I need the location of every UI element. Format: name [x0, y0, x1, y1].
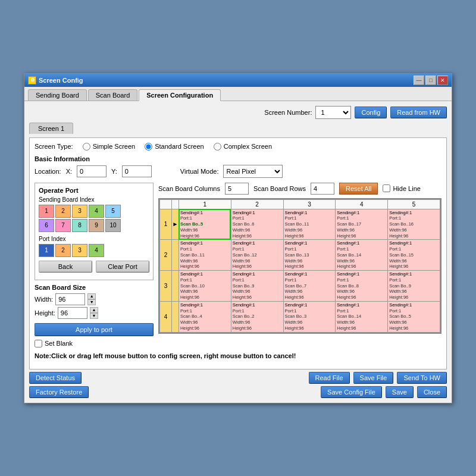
grid-container: 1 2 3 4 5 1► Sending#:1 Port:1 Scan Bo..… [158, 198, 441, 334]
height-input[interactable] [58, 307, 87, 319]
port-index-btn-3[interactable]: 3 [72, 244, 87, 257]
grid-cell-r1-c1[interactable]: Sending#:1 Port:1 Scan Bo..5 Width:96 He… [178, 209, 231, 240]
virtual-mode-select[interactable]: Real Pixel Virtual 2x Virtual 4x [223, 165, 283, 178]
x-input[interactable] [77, 165, 107, 177]
screen-number-select[interactable]: 1 [315, 106, 351, 119]
minimize-button[interactable]: — [414, 76, 424, 85]
virtual-mode-label: Virtual Mode: [180, 168, 219, 175]
radio-complex-screen[interactable]: Complex Screen [214, 143, 272, 151]
basic-info-row: Location: X: Y: Virtual Mode: Real Pixel… [35, 165, 441, 178]
note-row: Note:Click or drag left mouse button to … [35, 352, 441, 359]
apply-to-port-button[interactable]: Apply to port [35, 323, 154, 336]
factory-restore-button[interactable]: Factory Restore [29, 386, 89, 398]
grid-cell-r3-c1[interactable]: Sending#:1 Port:1 Scan Bo..10 Width:96 H… [178, 271, 231, 302]
set-blank-checkbox[interactable] [35, 340, 42, 347]
grid-cell-r1-c4[interactable]: Sending#:1 Port:1 Scan Bo..17 Width:96 H… [336, 209, 388, 240]
close-button[interactable]: Close [417, 386, 447, 398]
maximize-button[interactable]: □ [425, 76, 436, 85]
clear-port-button[interactable]: Clear Port [96, 261, 149, 273]
detect-status-button[interactable]: Detect Status [29, 372, 82, 384]
grid-cell-r3-c3[interactable]: Sending#:1 Port:1 Scan Bo..7 Width:96 He… [283, 271, 336, 302]
grid-tbody: 1► Sending#:1 Port:1 Scan Bo..5 Width:96… [160, 209, 440, 332]
grid-row-2: 2 Sending#:1 Port:1 Scan Bo..11 Width:96… [160, 240, 440, 271]
scan-board-size: Scan Board Size Width: ▲ ▼ Height: [35, 284, 154, 336]
rows-input[interactable] [311, 183, 334, 195]
sbi-btn-9[interactable]: 9 [89, 219, 104, 232]
back-button[interactable]: Back [39, 261, 92, 273]
width-spinner: ▲ ▼ [87, 293, 96, 305]
grid-cell-r2-c3[interactable]: Sending#:1 Port:1 Scan Bo..13 Width:96 H… [283, 240, 336, 271]
right-panel: Scan Board Columns Scan Board Rows Reset… [158, 183, 441, 347]
read-from-hw-button[interactable]: Read from HW [390, 107, 447, 118]
sbi-label: Sending Board Index [39, 196, 149, 203]
row-arrow-1: ► [171, 209, 178, 240]
sbi-btn-7[interactable]: 7 [55, 219, 71, 232]
sbi-btn-10[interactable]: 10 [105, 219, 121, 232]
port-index-btn-2[interactable]: 2 [55, 244, 71, 257]
grid-cell-r3-c2[interactable]: Sending#:1 Port:1 Scan Bo..9 Width:96 He… [231, 271, 283, 302]
screen-tab-row: Screen 1 [29, 123, 447, 134]
save-config-file-button[interactable]: Save Config File [321, 386, 382, 398]
back-clear-row: Back Clear Port [39, 261, 149, 273]
save-file-button[interactable]: Save File [353, 372, 394, 384]
col-header-4: 4 [336, 199, 388, 209]
sbi-btn-2[interactable]: 2 [55, 205, 71, 218]
row-header-4: 4 [160, 301, 172, 332]
close-window-button[interactable]: ✕ [437, 76, 448, 85]
basic-info: Basic Information Location: X: Y: Virtua… [35, 155, 441, 178]
grid-cell-r2-c1[interactable]: Sending#:1 Port:1 Scan Bo..11 Width:96 H… [178, 240, 231, 271]
sending-board-index: Sending Board Index 1 2 3 4 5 6 7 8 9 [39, 196, 149, 232]
tab-scan-board[interactable]: Scan Board [88, 89, 137, 101]
read-file-button[interactable]: Read File [309, 372, 350, 384]
save-button[interactable]: Save [386, 386, 414, 398]
sbi-btn-1[interactable]: 1 [39, 205, 54, 218]
reset-all-button[interactable]: Reset All [339, 183, 378, 195]
screen-type-row: Screen Type: Simple Screen Standard Scre… [35, 143, 441, 151]
grid-cell-r1-c5[interactable]: Sending#:1 Port:1 Scan Bo..16 Width:96 H… [388, 209, 440, 240]
height-label: Height: [35, 309, 55, 317]
send-to-hw-button[interactable]: Send To HW [397, 372, 447, 384]
title-bar-buttons: — □ ✕ [414, 76, 448, 85]
grid-cell-r1-c3[interactable]: Sending#:1 Port:1 Scan Bo..11 Width:96 H… [283, 209, 336, 240]
width-down-btn[interactable]: ▼ [87, 299, 96, 305]
bottom-right-btns: Read File Save File Send To HW [309, 372, 447, 384]
grid-table: 1 2 3 4 5 1► Sending#:1 Port:1 Scan Bo..… [159, 199, 440, 333]
screen-tab[interactable]: Screen 1 [29, 123, 73, 134]
radio-simple-screen[interactable]: Simple Screen [83, 143, 136, 151]
radio-standard-input[interactable] [145, 143, 152, 151]
radio-complex-input[interactable] [214, 143, 221, 151]
sbi-btn-5[interactable]: 5 [105, 205, 121, 218]
config-button[interactable]: Config [355, 107, 387, 118]
grid-cell-r3-c5[interactable]: Sending#:1 Port:1 Scan Bo..9 Width:96 He… [388, 271, 440, 302]
height-up-btn[interactable]: ▲ [90, 307, 98, 313]
grid-cell-r3-c4[interactable]: Sending#:1 Port:1 Scan Bo..8 Width:96 He… [336, 271, 388, 302]
grid-cell-r2-c2[interactable]: Sending#:1 Port:1 Scan Bo..12 Width:96 H… [231, 240, 283, 271]
grid-cell-r4-c2[interactable]: Sending#:1 Port:1 Scan Bo..2 Width:96 He… [231, 301, 283, 332]
radio-standard-screen[interactable]: Standard Screen [145, 143, 204, 151]
tab-sending-board[interactable]: Sending Board [28, 89, 87, 101]
bottom-right-btns2: Save Config File Save Close [321, 386, 447, 398]
tab-screen-configuration[interactable]: Screen Configuration [139, 89, 221, 101]
grid-cell-r2-c5[interactable]: Sending#:1 Port:1 Scan Bo..15 Width:96 H… [388, 240, 440, 271]
grid-cell-r4-c1[interactable]: Sending#:1 Port:1 Scan Bo..4 Width:96 He… [178, 301, 231, 332]
radio-simple-input[interactable] [83, 143, 90, 151]
grid-cell-r1-c2[interactable]: Sending#:1 Port:1 Scan Bo..6 Width:96 He… [231, 209, 283, 240]
port-index-btn-1[interactable]: 1 [39, 244, 54, 257]
sbi-btn-4[interactable]: 4 [89, 205, 104, 218]
grid-cell-r4-c5[interactable]: Sending#:1 Port:1 Scan Bo..5 Width:96 He… [388, 301, 440, 332]
sbi-btn-3[interactable]: 3 [72, 205, 87, 218]
port-index-label: Port Index [39, 236, 149, 242]
grid-cell-r2-c4[interactable]: Sending#:1 Port:1 Scan Bo..14 Width:96 H… [336, 240, 388, 271]
width-input[interactable] [55, 293, 85, 305]
width-up-btn[interactable]: ▲ [87, 293, 96, 299]
port-index-btn-4[interactable]: 4 [89, 244, 104, 257]
y-input[interactable] [122, 165, 152, 177]
height-down-btn[interactable]: ▼ [90, 313, 98, 319]
grid-cell-r4-c4[interactable]: Sending#:1 Port:1 Scan Bo..14 Width:96 H… [336, 301, 388, 332]
screen-number-label: Screen Number: [264, 109, 312, 116]
columns-input[interactable] [225, 183, 249, 195]
sbi-btn-6[interactable]: 6 [39, 219, 54, 232]
grid-cell-r4-c3[interactable]: Sending#:1 Port:1 Scan Bo..3 Width:96 He… [283, 301, 336, 332]
hide-line-checkbox[interactable] [383, 184, 390, 192]
sbi-btn-8[interactable]: 8 [72, 219, 87, 232]
